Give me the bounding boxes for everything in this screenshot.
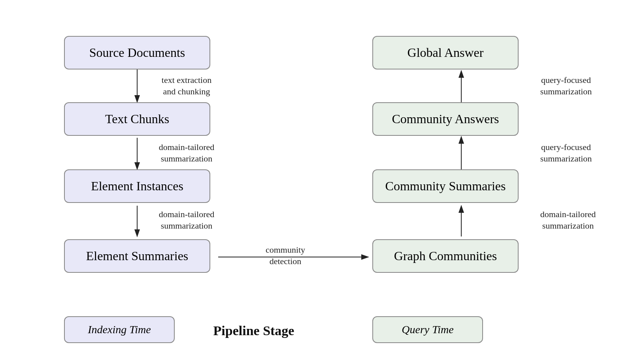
source-documents-box: Source Documents	[64, 36, 210, 69]
community-summaries-label: Community Summaries	[385, 179, 506, 193]
domain-tailored-label-right: domain-tailored summarization	[526, 209, 609, 231]
text-chunks-box: Text Chunks	[64, 102, 210, 136]
element-summaries-box: Element Summaries	[64, 239, 210, 273]
source-documents-label: Source Documents	[89, 45, 185, 60]
domain-tailored-label-2: domain-tailored summarization	[147, 209, 226, 231]
community-answers-label: Community Answers	[392, 112, 499, 126]
diagram-container: Source Documents Text Chunks Element Ins…	[0, 0, 634, 364]
element-instances-box: Element Instances	[64, 169, 210, 203]
indexing-time-box: Indexing Time	[64, 316, 175, 343]
community-answers-box: Community Answers	[372, 102, 519, 136]
pipeline-stage-label: Pipeline Stage	[198, 323, 309, 338]
query-time-box: Query Time	[372, 316, 483, 343]
text-extraction-label: text extraction and chunking	[147, 75, 226, 97]
global-answer-label: Global Answer	[408, 45, 484, 60]
graph-communities-box: Graph Communities	[372, 239, 519, 273]
graph-communities-label: Graph Communities	[394, 249, 497, 263]
community-detection-label: community detection	[242, 244, 329, 267]
text-chunks-label: Text Chunks	[105, 112, 169, 126]
element-instances-label: Element Instances	[91, 179, 183, 193]
element-summaries-label: Element Summaries	[86, 249, 189, 263]
global-answer-box: Global Answer	[372, 36, 519, 69]
query-focused-label-2: query-focused summarization	[526, 142, 606, 164]
query-time-label: Query Time	[402, 323, 453, 336]
diagram-inner: Source Documents Text Chunks Element Ins…	[40, 12, 594, 352]
domain-tailored-label-1: domain-tailored summarization	[147, 142, 226, 164]
query-focused-label-1: query-focused summarization	[526, 75, 606, 97]
community-summaries-box: Community Summaries	[372, 169, 519, 203]
indexing-time-label: Indexing Time	[88, 323, 151, 336]
